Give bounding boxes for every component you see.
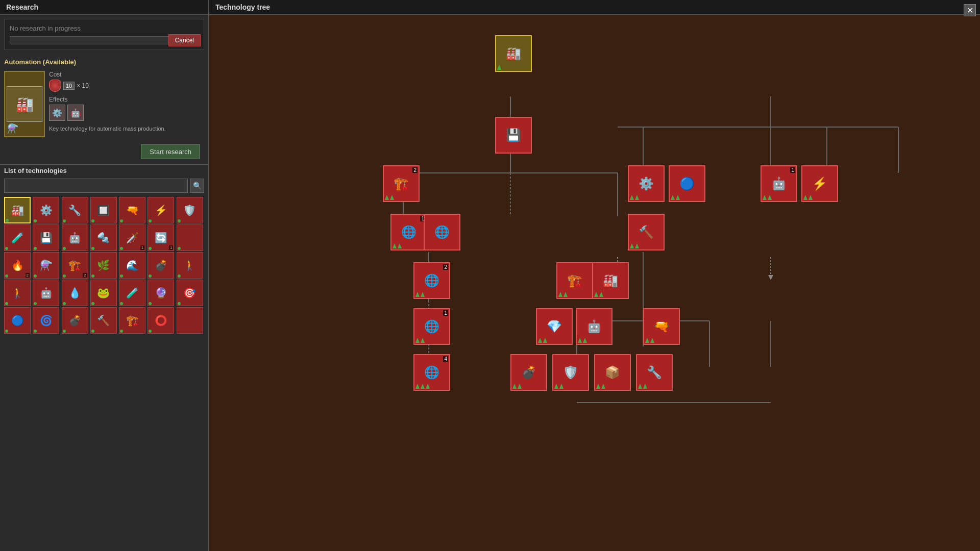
list-item[interactable]: 🔩 [90, 224, 117, 251]
list-item[interactable]: 🛡️ [177, 197, 203, 223]
list-item[interactable]: 🐸 [90, 280, 117, 306]
list-item[interactable]: 🏭 [4, 197, 31, 223]
cost-multiplier: × 10 [77, 82, 89, 89]
list-item[interactable]: 🔧 [62, 197, 88, 223]
tree-node-laser[interactable]: ⚡ [801, 165, 838, 202]
list-item[interactable]: 🔨 [90, 307, 117, 334]
list-item[interactable]: ⭕ [148, 307, 174, 334]
tech-tree-title: Technology tree [209, 0, 980, 15]
no-research-text: No research in progress [10, 24, 199, 32]
tree-node-mining[interactable]: ⚙️ [628, 165, 665, 202]
tech-info: Cost 10 × 10 Effects ⚙️ 🤖 Key technology… [49, 71, 204, 137]
tree-node-bomb[interactable]: 💣 [510, 354, 547, 391]
tree-node-crusher[interactable]: 🏗️ [556, 262, 593, 299]
list-item[interactable]: 🌀 [33, 307, 59, 334]
effects-label: Effects [49, 96, 204, 103]
tree-node-robot[interactable]: 🤖 1 [761, 165, 797, 202]
tree-node-assembly[interactable]: 🏗️ 2 [383, 165, 420, 202]
list-item[interactable]: 🔄1 [148, 224, 174, 251]
tree-node-gun[interactable]: 🔧 [636, 354, 673, 391]
tree-node-electronics[interactable]: 💾 [495, 117, 532, 154]
list-item[interactable]: 🎯 [177, 280, 203, 306]
tree-node-crystals[interactable]: 💎 [536, 308, 573, 345]
list-item[interactable]: 🤖 [33, 280, 59, 306]
tree-node-mech[interactable]: 🤖 [576, 308, 612, 345]
effect-icon-2[interactable]: 🤖 [67, 105, 84, 121]
svg-marker-25 [768, 275, 773, 280]
search-input[interactable] [4, 179, 188, 193]
list-item[interactable] [177, 224, 203, 251]
close-button[interactable]: ✕ [964, 4, 976, 16]
tree-node-globe1[interactable]: 🌐 1 [390, 214, 427, 251]
effects-section: Effects ⚙️ 🤖 [49, 96, 204, 121]
tree-node-factory[interactable]: 🏭 [592, 262, 629, 299]
list-item[interactable]: 🌊 [119, 252, 145, 279]
list-item[interactable] [177, 307, 203, 334]
automation-section: Automation (Available) [0, 54, 208, 71]
list-item[interactable]: ⚗️ [33, 252, 59, 279]
start-research-row: Start research [0, 137, 208, 164]
cost-label: Cost [49, 71, 204, 78]
list-item[interactable]: 🚶 [4, 280, 31, 306]
tree-connectors [209, 15, 924, 474]
list-item[interactable]: 🔥2 [4, 252, 31, 279]
list-item[interactable]: 🤖 [62, 224, 88, 251]
research-progress-box: No research in progress Cancel [4, 19, 204, 50]
list-title: List of technologies [0, 164, 208, 177]
tree-node-globe2[interactable]: 🌐 [424, 214, 460, 251]
cost-section: Cost 10 × 10 [49, 71, 204, 92]
list-item[interactable]: 💣 [148, 252, 174, 279]
list-item[interactable]: ⚙️ [33, 197, 59, 223]
list-item[interactable]: 💾 [33, 224, 59, 251]
list-item[interactable]: 🚶 [177, 252, 203, 279]
search-bar: 🔍 [4, 179, 204, 193]
list-item[interactable]: 🏗️2 [62, 252, 88, 279]
tech-image-inner: 🏭 [7, 86, 42, 122]
cancel-button[interactable]: Cancel [168, 34, 201, 46]
tech-description: Key technology for automatic mass produc… [49, 125, 204, 133]
tree-node-storage[interactable]: 📦 [594, 354, 631, 391]
tree-node-automation[interactable]: 🏭 [495, 35, 532, 72]
cost-row: 10 × 10 [49, 80, 204, 92]
tree-node-solar[interactable]: 🔵 [669, 165, 705, 202]
left-panel: Research No research in progress Cancel … [0, 0, 209, 551]
list-item[interactable]: 💧 [62, 280, 88, 306]
automation-title: Automation (Available) [4, 58, 204, 66]
tree-node-shield[interactable]: 🛡️ [552, 354, 589, 391]
tree-node-globe5[interactable]: 🌐 4 [413, 354, 450, 391]
effects-icons: ⚙️ 🤖 [49, 105, 204, 121]
effect-icon-1[interactable]: ⚙️ [49, 105, 65, 121]
tech-grid: 🏭 ⚙️ 🔧 🔲 🔫 ⚡ 🛡️ 🧪 💾 🤖 🔩 🗡️1 🔄1 🔥2 ⚗️ 🏗️2… [0, 195, 208, 551]
tech-building-icon: 🏭 [16, 96, 34, 113]
tree-node-globe3[interactable]: 🌐 2 [413, 262, 450, 299]
right-panel: Technology tree [209, 0, 980, 551]
search-button[interactable]: 🔍 [190, 179, 204, 193]
flask-icon [49, 80, 61, 92]
list-item[interactable]: 🔮 [148, 280, 174, 306]
tech-image-badge: ⚗️ [7, 123, 18, 134]
tech-tree-inner: 🏭 💾 🏗️ 2 ⚙️ [209, 15, 924, 474]
cost-badge: 10 [63, 82, 75, 90]
tech-tree-canvas[interactable]: 🏭 💾 🏗️ 2 ⚙️ [209, 15, 980, 549]
research-title: Research [0, 0, 208, 15]
list-item[interactable]: 💣 [62, 307, 88, 334]
tech-detail: 🏭 ⚗️ Cost 10 × 10 Effects ⚙️ 🤖 Key [0, 71, 208, 137]
list-item[interactable]: 🔵 [4, 307, 31, 334]
list-item[interactable]: 🔲 [90, 197, 117, 223]
tree-node-drill[interactable]: 🔨 [628, 214, 665, 251]
list-item[interactable]: ⚡ [148, 197, 174, 223]
tree-node-globe4[interactable]: 🌐 1 [413, 308, 450, 345]
list-item[interactable]: 🗡️1 [119, 224, 145, 251]
start-research-button[interactable]: Start research [141, 144, 200, 159]
list-item[interactable]: 🏗️ [119, 307, 145, 334]
list-item[interactable]: 🌿 [90, 252, 117, 279]
list-item[interactable]: 🧪 [119, 280, 145, 306]
tree-node-turret[interactable]: 🔫 [643, 308, 680, 345]
list-item[interactable]: 🧪 [4, 224, 31, 251]
tech-image: 🏭 ⚗️ [4, 71, 45, 137]
list-item[interactable]: 🔫 [119, 197, 145, 223]
